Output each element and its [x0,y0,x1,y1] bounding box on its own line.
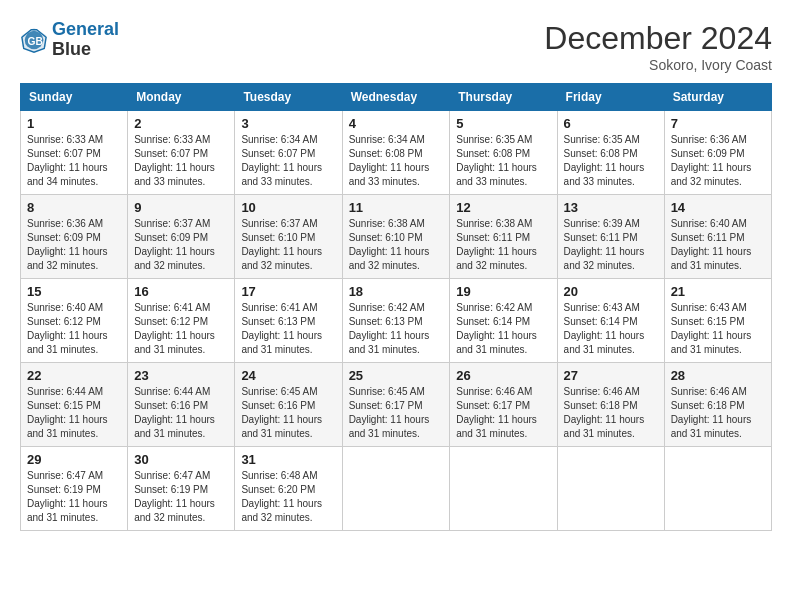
calendar-cell: 16 Sunrise: 6:41 AM Sunset: 6:12 PM Dayl… [128,279,235,363]
calendar-cell: 29 Sunrise: 6:47 AM Sunset: 6:19 PM Dayl… [21,447,128,531]
calendar-cell: 5 Sunrise: 6:35 AM Sunset: 6:08 PM Dayli… [450,111,557,195]
day-header-saturday: Saturday [664,84,771,111]
calendar-cell [342,447,450,531]
day-header-tuesday: Tuesday [235,84,342,111]
page-header: GB General Blue December 2024 Sokoro, Iv… [20,20,772,73]
calendar-cell: 26 Sunrise: 6:46 AM Sunset: 6:17 PM Dayl… [450,363,557,447]
day-info: Sunrise: 6:39 AM Sunset: 6:11 PM Dayligh… [564,217,658,273]
calendar-cell: 25 Sunrise: 6:45 AM Sunset: 6:17 PM Dayl… [342,363,450,447]
day-number: 26 [456,368,550,383]
day-header-monday: Monday [128,84,235,111]
day-number: 20 [564,284,658,299]
calendar-cell: 21 Sunrise: 6:43 AM Sunset: 6:15 PM Dayl… [664,279,771,363]
day-number: 5 [456,116,550,131]
day-header-wednesday: Wednesday [342,84,450,111]
day-number: 31 [241,452,335,467]
calendar-cell: 23 Sunrise: 6:44 AM Sunset: 6:16 PM Dayl… [128,363,235,447]
day-info: Sunrise: 6:37 AM Sunset: 6:09 PM Dayligh… [134,217,228,273]
day-info: Sunrise: 6:43 AM Sunset: 6:15 PM Dayligh… [671,301,765,357]
month-title: December 2024 [544,20,772,57]
logo-text: General Blue [52,20,119,60]
calendar-cell: 19 Sunrise: 6:42 AM Sunset: 6:14 PM Dayl… [450,279,557,363]
day-info: Sunrise: 6:44 AM Sunset: 6:15 PM Dayligh… [27,385,121,441]
day-info: Sunrise: 6:38 AM Sunset: 6:11 PM Dayligh… [456,217,550,273]
day-info: Sunrise: 6:43 AM Sunset: 6:14 PM Dayligh… [564,301,658,357]
calendar-week-row: 22 Sunrise: 6:44 AM Sunset: 6:15 PM Dayl… [21,363,772,447]
calendar-week-row: 8 Sunrise: 6:36 AM Sunset: 6:09 PM Dayli… [21,195,772,279]
calendar-cell: 30 Sunrise: 6:47 AM Sunset: 6:19 PM Dayl… [128,447,235,531]
day-number: 6 [564,116,658,131]
calendar-cell: 18 Sunrise: 6:42 AM Sunset: 6:13 PM Dayl… [342,279,450,363]
day-info: Sunrise: 6:36 AM Sunset: 6:09 PM Dayligh… [671,133,765,189]
day-info: Sunrise: 6:45 AM Sunset: 6:16 PM Dayligh… [241,385,335,441]
calendar-cell: 10 Sunrise: 6:37 AM Sunset: 6:10 PM Dayl… [235,195,342,279]
day-number: 7 [671,116,765,131]
calendar-cell: 22 Sunrise: 6:44 AM Sunset: 6:15 PM Dayl… [21,363,128,447]
day-info: Sunrise: 6:46 AM Sunset: 6:17 PM Dayligh… [456,385,550,441]
day-number: 27 [564,368,658,383]
day-info: Sunrise: 6:41 AM Sunset: 6:12 PM Dayligh… [134,301,228,357]
day-number: 3 [241,116,335,131]
day-info: Sunrise: 6:35 AM Sunset: 6:08 PM Dayligh… [456,133,550,189]
logo-icon: GB [20,26,48,54]
calendar-cell: 6 Sunrise: 6:35 AM Sunset: 6:08 PM Dayli… [557,111,664,195]
day-info: Sunrise: 6:33 AM Sunset: 6:07 PM Dayligh… [27,133,121,189]
calendar-week-row: 29 Sunrise: 6:47 AM Sunset: 6:19 PM Dayl… [21,447,772,531]
day-info: Sunrise: 6:44 AM Sunset: 6:16 PM Dayligh… [134,385,228,441]
calendar-cell: 8 Sunrise: 6:36 AM Sunset: 6:09 PM Dayli… [21,195,128,279]
calendar-cell: 1 Sunrise: 6:33 AM Sunset: 6:07 PM Dayli… [21,111,128,195]
day-info: Sunrise: 6:48 AM Sunset: 6:20 PM Dayligh… [241,469,335,525]
day-number: 24 [241,368,335,383]
day-number: 14 [671,200,765,215]
calendar-cell: 31 Sunrise: 6:48 AM Sunset: 6:20 PM Dayl… [235,447,342,531]
calendar-cell: 9 Sunrise: 6:37 AM Sunset: 6:09 PM Dayli… [128,195,235,279]
day-info: Sunrise: 6:47 AM Sunset: 6:19 PM Dayligh… [27,469,121,525]
day-info: Sunrise: 6:35 AM Sunset: 6:08 PM Dayligh… [564,133,658,189]
day-number: 10 [241,200,335,215]
calendar-week-row: 15 Sunrise: 6:40 AM Sunset: 6:12 PM Dayl… [21,279,772,363]
calendar-cell: 14 Sunrise: 6:40 AM Sunset: 6:11 PM Dayl… [664,195,771,279]
calendar-cell: 11 Sunrise: 6:38 AM Sunset: 6:10 PM Dayl… [342,195,450,279]
calendar-cell: 4 Sunrise: 6:34 AM Sunset: 6:08 PM Dayli… [342,111,450,195]
calendar-cell: 13 Sunrise: 6:39 AM Sunset: 6:11 PM Dayl… [557,195,664,279]
day-number: 13 [564,200,658,215]
location: Sokoro, Ivory Coast [544,57,772,73]
day-info: Sunrise: 6:40 AM Sunset: 6:11 PM Dayligh… [671,217,765,273]
calendar-cell: 3 Sunrise: 6:34 AM Sunset: 6:07 PM Dayli… [235,111,342,195]
day-number: 17 [241,284,335,299]
day-number: 29 [27,452,121,467]
day-number: 25 [349,368,444,383]
day-info: Sunrise: 6:45 AM Sunset: 6:17 PM Dayligh… [349,385,444,441]
day-number: 28 [671,368,765,383]
calendar-cell: 27 Sunrise: 6:46 AM Sunset: 6:18 PM Dayl… [557,363,664,447]
logo-line1: General [52,19,119,39]
day-number: 21 [671,284,765,299]
day-info: Sunrise: 6:34 AM Sunset: 6:07 PM Dayligh… [241,133,335,189]
day-header-sunday: Sunday [21,84,128,111]
day-number: 16 [134,284,228,299]
day-info: Sunrise: 6:46 AM Sunset: 6:18 PM Dayligh… [671,385,765,441]
day-number: 22 [27,368,121,383]
day-header-thursday: Thursday [450,84,557,111]
calendar-cell: 17 Sunrise: 6:41 AM Sunset: 6:13 PM Dayl… [235,279,342,363]
calendar-cell [664,447,771,531]
day-number: 11 [349,200,444,215]
day-info: Sunrise: 6:38 AM Sunset: 6:10 PM Dayligh… [349,217,444,273]
day-number: 9 [134,200,228,215]
day-number: 8 [27,200,121,215]
calendar-cell: 7 Sunrise: 6:36 AM Sunset: 6:09 PM Dayli… [664,111,771,195]
logo-line2: Blue [52,40,119,60]
day-number: 30 [134,452,228,467]
day-info: Sunrise: 6:42 AM Sunset: 6:14 PM Dayligh… [456,301,550,357]
calendar-cell: 15 Sunrise: 6:40 AM Sunset: 6:12 PM Dayl… [21,279,128,363]
day-number: 2 [134,116,228,131]
calendar-cell: 12 Sunrise: 6:38 AM Sunset: 6:11 PM Dayl… [450,195,557,279]
calendar-cell: 24 Sunrise: 6:45 AM Sunset: 6:16 PM Dayl… [235,363,342,447]
day-number: 15 [27,284,121,299]
title-block: December 2024 Sokoro, Ivory Coast [544,20,772,73]
day-info: Sunrise: 6:42 AM Sunset: 6:13 PM Dayligh… [349,301,444,357]
day-info: Sunrise: 6:41 AM Sunset: 6:13 PM Dayligh… [241,301,335,357]
day-number: 18 [349,284,444,299]
day-info: Sunrise: 6:33 AM Sunset: 6:07 PM Dayligh… [134,133,228,189]
day-info: Sunrise: 6:37 AM Sunset: 6:10 PM Dayligh… [241,217,335,273]
